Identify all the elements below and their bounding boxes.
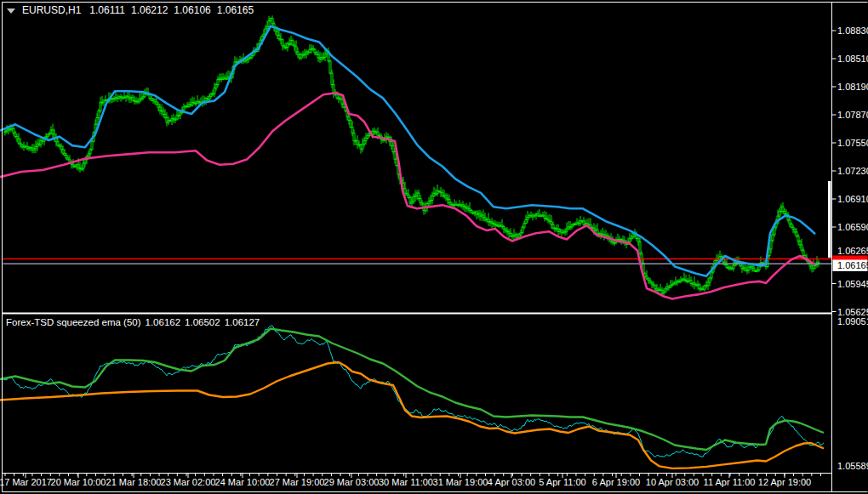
candle-body <box>96 117 98 124</box>
indicator-value-3: 1.06127 <box>225 317 260 327</box>
time-axis-label: 30 Mar 11:00 <box>379 477 433 487</box>
candle-body <box>782 207 784 211</box>
candle-body <box>208 96 210 99</box>
candle-body <box>404 189 406 194</box>
candle-body <box>52 130 54 134</box>
candle-body <box>292 41 294 45</box>
candle-body <box>329 61 331 73</box>
price-axis-label: 1.08510 <box>837 54 868 64</box>
sub-axis-max-label: 1.09051 <box>837 316 868 326</box>
candle-body <box>636 236 637 239</box>
candle-body <box>282 40 283 46</box>
candle-body <box>83 163 84 168</box>
candle-body <box>57 142 59 145</box>
ohlc-open: 1.06111 <box>89 5 125 16</box>
candle-body <box>789 220 791 224</box>
time-axis-label: 6 Apr 19:00 <box>592 477 640 487</box>
price-axis-label: 1.08830 <box>837 26 868 36</box>
candle-body <box>336 94 338 98</box>
candle-body <box>13 128 14 133</box>
candle-body <box>132 98 134 100</box>
time-axis-label: 12 Apr 19:00 <box>758 477 811 487</box>
candle-body <box>707 282 709 286</box>
candle-body <box>801 245 802 250</box>
candle-body <box>314 49 316 53</box>
candle-body <box>448 200 450 203</box>
candle-body <box>797 236 799 241</box>
candle-body <box>351 128 353 133</box>
indicator-label: Forex-TSD squeezed ema (50) 1.06162 1.06… <box>6 317 264 327</box>
candle-body <box>551 222 552 224</box>
candle-body <box>77 165 79 168</box>
sub-axis-min-label: 1.05589 <box>837 461 868 471</box>
candle-body <box>317 54 319 58</box>
candle-body <box>525 219 527 223</box>
main-chart-area[interactable] <box>3 3 831 312</box>
time-axis-label: 10 Apr 03:00 <box>646 477 699 487</box>
candle-body <box>391 142 392 146</box>
candle-body <box>420 199 421 203</box>
candle-body <box>268 21 270 27</box>
candle-body <box>277 31 278 36</box>
candle-body <box>353 133 355 140</box>
chart-header: EURUSD,H1 1.06111 1.06212 1.06106 1.0616… <box>7 5 260 16</box>
candle-body <box>629 239 631 242</box>
candle-body <box>271 19 273 24</box>
candle-body <box>770 241 772 249</box>
candle-body <box>654 286 656 289</box>
candle-body <box>278 35 280 38</box>
candle-body <box>733 265 734 268</box>
candle-body <box>552 224 554 228</box>
candle-body <box>377 132 379 135</box>
candle-body <box>14 133 16 136</box>
time-axis-label: 24 Mar 10:00 <box>215 477 271 487</box>
indicator-value-2: 1.06502 <box>185 317 220 327</box>
candle-body <box>418 193 420 198</box>
candle-body <box>758 266 760 270</box>
time-axis-label: 5 Apr 11:00 <box>539 477 585 487</box>
candle-body <box>362 145 363 150</box>
candle-body <box>413 196 414 202</box>
candle-body <box>392 145 394 151</box>
candle-body <box>159 107 161 111</box>
candle-body <box>779 212 780 217</box>
candle-body <box>791 224 792 227</box>
price-axis-label: 1.05945 <box>837 279 868 289</box>
candle-body <box>62 150 64 154</box>
candle-body <box>709 278 711 282</box>
chart-canvas[interactable]: 1.088301.085101.081901.078701.075501.072… <box>0 0 868 494</box>
indicator-name: Forex-TSD squeezed ema (50) <box>6 317 141 327</box>
symbol-dropdown-icon[interactable] <box>7 9 15 14</box>
current-price-label: 1.06165 <box>837 260 868 270</box>
candle-body <box>350 121 351 128</box>
time-axis-label: 17 Mar 2017 <box>0 477 52 487</box>
time-axis-label: 21 Mar 18:00 <box>106 477 162 487</box>
time-axis-label: 4 Apr 03:00 <box>488 477 535 487</box>
price-axis-label: 1.07870 <box>837 110 868 120</box>
time-axis-label: 27 Mar 19:00 <box>270 477 325 487</box>
candle-body <box>711 272 712 278</box>
candle-body <box>802 250 804 255</box>
indicator-value-1: 1.06162 <box>146 317 181 327</box>
candle-body <box>772 235 774 241</box>
candle-body <box>89 150 91 154</box>
candle-body <box>639 241 641 253</box>
candle-body <box>214 88 215 94</box>
candle-body <box>796 232 797 236</box>
candle-body <box>84 159 86 163</box>
candle-body <box>60 146 62 150</box>
candle-body <box>341 99 343 104</box>
candle-body <box>799 241 801 245</box>
candle-body <box>98 111 100 117</box>
price-axis-label: 1.05625 <box>837 307 868 317</box>
price-axis-label: 1.08190 <box>837 82 868 92</box>
ohlc-low: 1.06106 <box>174 5 210 16</box>
ohlc-high: 1.06212 <box>131 5 168 16</box>
candle-body <box>348 116 350 120</box>
candle-body <box>163 111 164 115</box>
candle-body <box>164 114 166 117</box>
chart-window: 1.088301.085101.081901.078701.075501.072… <box>0 0 868 494</box>
candle-body <box>324 54 326 57</box>
symbol-timeframe: EURUSD,H1 <box>22 5 81 16</box>
candle-body <box>217 79 219 84</box>
